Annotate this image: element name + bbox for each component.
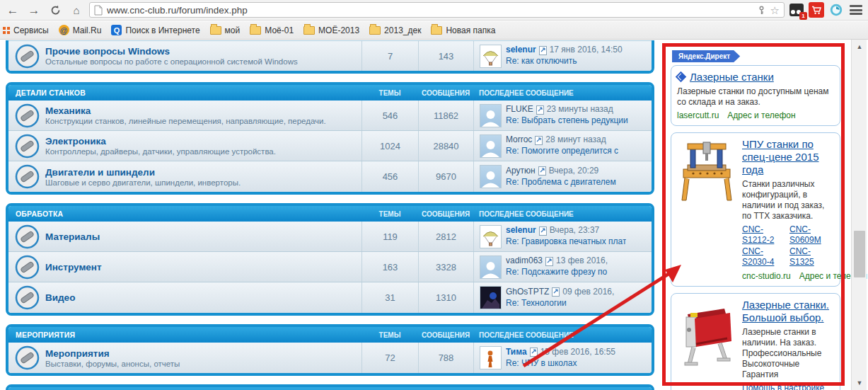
folder-icon <box>210 26 221 35</box>
bookmark-services[interactable]: Сервисы <box>3 25 49 35</box>
forum-title-link[interactable]: Мероприятия <box>45 348 357 359</box>
last-post-time: 15 фев 2016, 16:55 <box>540 347 615 358</box>
last-post-subject[interactable]: Re: Выбрать степень редукции <box>506 115 628 127</box>
last-post-icon[interactable] <box>536 105 544 115</box>
last-post-user[interactable]: selenur <box>506 45 536 56</box>
ad-title-link[interactable]: Лазерные станки. Большой выбор. <box>742 299 829 323</box>
last-post-icon[interactable] <box>535 136 543 145</box>
forum-title-link[interactable]: Двигатели и шпиндели <box>45 167 357 178</box>
topics-count: 31 <box>361 282 418 313</box>
ad-domain[interactable]: lasercutt.ru <box>677 110 719 120</box>
folder-icon <box>431 26 442 35</box>
last-post-user[interactable]: Morroc <box>506 134 532 146</box>
cart-icon <box>809 2 824 18</box>
bookmark-label: МОЁ-2013 <box>318 25 359 35</box>
forum-row-tools[interactable]: Инструмент 163 3328 vadim063 13 фев 2016… <box>8 252 652 282</box>
last-post-user[interactable]: GhOsTPTZ <box>506 287 549 298</box>
bookmark-folder-2013dek[interactable]: 2013_дек <box>369 25 421 35</box>
ad-title-link[interactable]: Лазерные станки <box>690 71 774 84</box>
url-text[interactable]: www.cnc-club.ru/forum/index.php <box>107 5 753 16</box>
ad-link[interactable]: CNC-S2030-4 <box>742 246 787 268</box>
posts-count: 2812 <box>418 222 473 251</box>
last-post-icon[interactable] <box>552 287 560 297</box>
forum-row-electronics[interactable]: Электроника Контроллеры, драйверы, датчи… <box>8 131 652 161</box>
ad-link[interactable]: CNC-S1325 <box>789 246 834 268</box>
ad-cnc-machines[interactable]: ЧПУ станки по спец-цене 2015 года Станки… <box>671 132 840 287</box>
address-bar[interactable]: www.cnc-club.ru/forum/index.php ☆ <box>89 2 785 18</box>
scroll-up-button[interactable]: ▲ <box>852 41 867 52</box>
bookmark-folder-moe01[interactable]: Моё-01 <box>250 25 294 35</box>
ad-domain[interactable]: cnc-studio.ru <box>742 271 791 281</box>
topics-count: 163 <box>361 252 418 282</box>
extension-drop-button[interactable] <box>828 2 844 18</box>
extension-cart-button[interactable] <box>809 2 824 18</box>
cnc-router-image <box>677 138 736 281</box>
yandex-direct-icon <box>676 71 687 83</box>
forum-title-link[interactable]: Видео <box>45 292 357 303</box>
forum-row-windows[interactable]: Прочие вопросы Windows Остальные вопросы… <box>8 40 652 71</box>
back-button[interactable]: ← <box>4 2 21 18</box>
forum-row-mechanics[interactable]: Механика Конструкции станков, линейные п… <box>8 101 652 131</box>
bookmark-folder-moe2013[interactable]: МОЁ-2013 <box>303 25 359 35</box>
last-post-subject[interactable]: Re: Помогите определится с <box>506 146 618 157</box>
topics-count: 546 <box>361 101 418 130</box>
forum-row-motors[interactable]: Двигатели и шпиндели Шаговые и серво дви… <box>8 161 652 192</box>
last-post-user[interactable]: FLUKE <box>506 104 533 115</box>
last-post-icon[interactable] <box>545 257 553 266</box>
forum-row-events[interactable]: Мероприятия Выставки, форумы, анонсы, от… <box>8 343 652 373</box>
last-post-subject[interactable]: Re: Гравировка печатных плат <box>506 236 626 248</box>
forum-title-link[interactable]: Механика <box>45 105 357 116</box>
key-icon[interactable] <box>757 6 766 15</box>
forum-title-link[interactable]: Материалы <box>45 231 357 242</box>
last-post-user[interactable]: selenur <box>506 225 536 236</box>
forum-row-video[interactable]: Видео 31 1310 GhOsTPTZ 09 фев 2016, Re: <box>8 282 652 313</box>
forum-row-materials[interactable]: Материалы 119 2812 selenur Вчера, 23:37 <box>8 222 652 252</box>
home-button[interactable]: ⌂ <box>68 2 85 18</box>
refresh-button[interactable] <box>47 2 64 18</box>
ad-contact-link[interactable]: Адрес и телефон <box>727 110 795 120</box>
bookmark-label: мой <box>225 25 241 35</box>
column-lastpost: ПОСЛЕДНЕЕ СООБЩЕНИЕ <box>473 89 652 97</box>
topics-count: 119 <box>361 222 418 251</box>
forum-title-link[interactable]: Электроника <box>45 136 357 147</box>
last-post-subject[interactable]: Re: Проблема с двигателем <box>506 177 616 188</box>
bookmark-label: 2013_дек <box>384 25 421 35</box>
bookmark-star-icon[interactable]: ☆ <box>770 5 780 16</box>
last-post-user[interactable]: Арутюн <box>506 166 536 177</box>
last-post-icon[interactable] <box>539 226 547 236</box>
bookmark-search[interactable]: Q Поиск в Интернете <box>111 25 199 35</box>
forum-title-link[interactable]: Инструмент <box>45 262 357 273</box>
forward-icon: → <box>28 4 40 16</box>
forum-table: Прочие вопросы Windows Остальные вопросы… <box>6 40 654 390</box>
extension-social-button[interactable]: 1 <box>789 2 804 18</box>
bookmark-folder-new[interactable]: Новая папка <box>431 25 495 35</box>
last-post-subject[interactable]: Re: Технологии <box>506 298 614 309</box>
ad-link[interactable]: Помощь в настройке <box>742 383 834 390</box>
avatar <box>480 134 502 158</box>
browser-menu-button[interactable] <box>848 4 864 16</box>
last-post-subject[interactable]: Re: Подскажите фрезу по <box>506 267 608 278</box>
forum-title-link[interactable]: Прочие вопросы Windows <box>45 46 357 57</box>
scroll-down-button[interactable]: ▼ <box>852 377 867 389</box>
ad-laser-2[interactable]: Лазерные станки. Большой выбор. Лазерные… <box>671 293 840 390</box>
bookmark-label: Новая папка <box>446 25 495 35</box>
column-posts: СООБЩЕНИЯ <box>418 89 473 97</box>
bookmark-folder-moy[interactable]: мой <box>210 25 241 35</box>
last-post-subject[interactable]: Re: как отключить <box>506 56 623 67</box>
last-post-icon[interactable] <box>538 166 546 176</box>
last-post-subject[interactable]: Re: ЧПУ в школах <box>506 358 615 369</box>
ad-laser-1[interactable]: Лазерные станки Лазерные станки по досту… <box>671 65 840 126</box>
bookmark-mailru[interactable]: @ Mail.Ru <box>59 25 102 35</box>
forward-button[interactable]: → <box>25 2 42 18</box>
last-post-icon[interactable] <box>539 46 547 55</box>
ad-title-link[interactable]: ЧПУ станки по спец-цене 2015 года <box>742 138 818 176</box>
avatar <box>480 165 502 188</box>
last-post-icon[interactable] <box>530 348 538 357</box>
forum-icon <box>15 164 40 189</box>
last-post-user[interactable]: Тима <box>506 347 527 358</box>
ad-link[interactable]: CNC-S0609M <box>789 224 834 246</box>
scrollbar-thumb[interactable] <box>854 231 865 277</box>
last-post-user[interactable]: vadim063 <box>506 256 543 267</box>
page-scrollbar[interactable]: ▲ ▼ <box>851 40 867 390</box>
ad-link[interactable]: CNC-S1212-2 <box>742 224 787 246</box>
